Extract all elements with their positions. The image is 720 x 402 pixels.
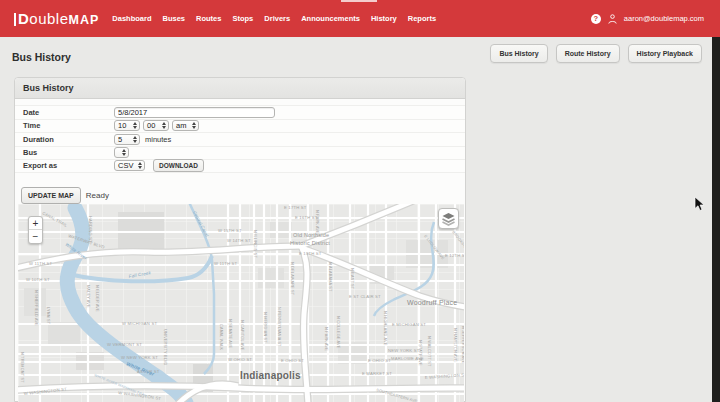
map-label: HARDING ST <box>88 216 93 243</box>
map-label: N CAPITOL AVE <box>240 320 244 351</box>
map-label: N HIGHLAND AVE <box>383 311 387 346</box>
map-label: W VERMONT ST <box>107 342 142 347</box>
layers-icon <box>441 212 456 226</box>
screen-edge-artifact <box>712 37 720 402</box>
map-label: N TREMONT ST <box>20 352 24 383</box>
stepper-icon <box>138 162 142 169</box>
map-label: N WALCOTT ST <box>427 336 431 367</box>
stepper-icon <box>162 122 166 129</box>
map-label: N STATE AVE <box>418 340 422 366</box>
map-label: N SENATE AVE <box>228 319 232 349</box>
page-title: Bus History <box>12 51 71 63</box>
update-map-button[interactable]: UPDATE MAP <box>21 187 81 204</box>
history-view-switcher: Bus History Route History History Playba… <box>490 44 702 63</box>
form-row-time: Time 10 00 am <box>15 119 465 133</box>
map-label: UNIVERSITY BLVD <box>163 329 167 365</box>
time-ampm-value: am <box>176 121 186 130</box>
time-ampm-select[interactable]: am <box>172 120 199 131</box>
nav-menu: Dashboard Buses Routes Stops Drivers Ann… <box>112 14 436 23</box>
map-label: N JEFFERSON AVE <box>461 326 464 364</box>
nav-item-drivers[interactable]: Drivers <box>264 14 290 23</box>
map-label: E ST CLAIR ST <box>349 294 381 299</box>
nav-item-announcements[interactable]: Announcements <box>301 14 360 23</box>
nav-right-cluster: ? aaron@doublemap.com <box>591 0 704 37</box>
download-button[interactable]: DOWNLOAD <box>153 159 204 172</box>
map-label: E MARKET ST <box>362 371 392 376</box>
map-label: E 17TH ST <box>284 205 307 210</box>
status-text: Ready <box>86 191 109 200</box>
map-label: W 15TH ST <box>218 228 242 233</box>
route-history-button[interactable]: Route History <box>556 44 620 63</box>
map-label: N ILLINOIS ST <box>253 230 257 258</box>
time-minute-select[interactable]: 00 <box>143 120 169 131</box>
form-row-duration: Duration 5 minutes <box>15 132 465 146</box>
time-label: Time <box>23 121 114 130</box>
logo-cap: MAP <box>69 13 100 27</box>
stepper-icon <box>133 136 137 143</box>
doublemap-logo[interactable]: DoubleMAP <box>14 10 99 27</box>
map-label: N COLLEGE AVE <box>336 316 340 349</box>
zoom-out-button[interactable]: − <box>29 230 42 243</box>
bus-history-form: Date Time 10 00 am Duration 5 minutes Bu… <box>15 105 465 173</box>
nav-item-reports[interactable]: Reports <box>408 14 436 23</box>
bus-label: Bus <box>23 148 114 157</box>
history-playback-button[interactable]: History Playback <box>628 44 702 63</box>
logo-d: D <box>14 10 29 27</box>
map-label: N ELDER AVE <box>95 285 99 312</box>
map-label: N MERIDIAN ST <box>263 312 267 343</box>
map-label: N SHEFFIELD AVE <box>34 290 38 326</box>
bus-history-panel: Bus History Date Time 10 00 am Duration … <box>14 77 466 402</box>
map-label: Old Northside <box>293 232 329 238</box>
nav-item-history[interactable]: History <box>371 14 397 23</box>
map-layers-button[interactable] <box>438 208 459 229</box>
map-label: E MICHIGAN ST <box>392 322 426 327</box>
map-label: W 10TH ST <box>26 277 50 282</box>
map-label: W NEW YORK ST <box>121 355 158 360</box>
map-label: LYNN ST <box>46 307 50 325</box>
logo-mid: ouble <box>29 10 68 27</box>
nav-item-routes[interactable]: Routes <box>196 14 221 23</box>
stepper-icon <box>122 149 126 156</box>
date-label: Date <box>23 108 114 117</box>
map-zoom-control: + − <box>28 216 43 244</box>
map-label: N EAST ST <box>350 268 354 290</box>
nav-item-buses[interactable]: Buses <box>163 14 186 23</box>
nav-item-dashboard[interactable]: Dashboard <box>112 14 151 23</box>
form-row-bus: Bus <box>15 146 465 160</box>
duration-select[interactable]: 5 <box>114 134 140 145</box>
map-label: N DELAWARE ST <box>290 262 294 296</box>
time-minute-value: 00 <box>147 121 155 130</box>
map-label: W MICHIGAN ST <box>122 321 157 326</box>
stepper-icon <box>133 122 137 129</box>
map-canvas[interactable]: CANAL TRAILWATERWAY BLVDWhite RiverHARDI… <box>18 204 464 402</box>
map-label: N HAMILTON AVE <box>453 328 457 362</box>
map-label: E 13TH ST <box>299 251 322 256</box>
map-label: Indianapolis <box>240 370 301 381</box>
history-active-indicator <box>341 0 377 2</box>
duration-value: 5 <box>118 135 122 144</box>
bus-history-button[interactable]: Bus History <box>490 44 547 63</box>
map-label: W 11TH ST <box>214 261 238 266</box>
map-label: N PARK AVE <box>315 210 319 234</box>
map-label: MALEY AVE <box>86 285 90 308</box>
duration-label: Duration <box>23 135 114 144</box>
export-format-select[interactable]: CSV <box>114 160 145 171</box>
panel-title: Bus History <box>15 78 465 99</box>
map-label: N PARK AVE <box>324 327 328 351</box>
map-label: NEW YORK ST <box>388 348 420 353</box>
time-hour-value: 10 <box>118 121 126 130</box>
user-email[interactable]: aaron@doublemap.com <box>624 14 704 23</box>
zoom-in-button[interactable]: + <box>29 217 42 230</box>
form-row-date: Date <box>15 105 465 119</box>
map-label: CANAL WALK <box>219 324 223 350</box>
map-label: W 14TH ST <box>227 238 251 243</box>
nav-item-stops[interactable]: Stops <box>232 14 253 23</box>
time-hour-select[interactable]: 10 <box>114 120 140 131</box>
map-label: Woodruff Place <box>407 299 457 306</box>
map-label: Historic District <box>290 240 330 246</box>
bus-select[interactable] <box>114 147 129 158</box>
map-label: E 16TH ST <box>295 215 318 220</box>
help-icon[interactable]: ? <box>591 14 601 24</box>
date-input[interactable] <box>114 107 275 118</box>
export-as-label: Export as <box>23 161 114 170</box>
